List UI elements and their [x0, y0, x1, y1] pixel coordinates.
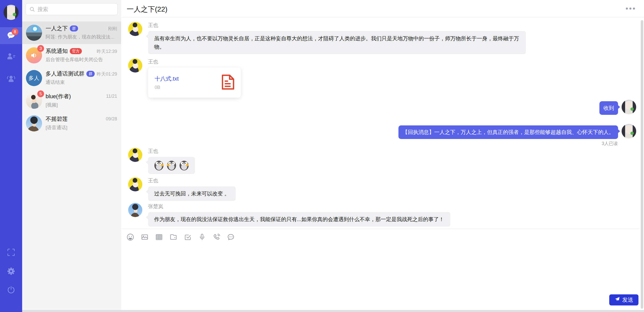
- message-group: 张楚岚 作为朋友，现在的我没法保证救你逃出生天，我能保证的只有...如果你真的会…: [128, 203, 640, 227]
- message-group: 【回执消息】一人之下，万人之上，但真正的强者，是那些能够超越自我、心怀天下的人。…: [128, 124, 640, 147]
- conversation-avatar: [26, 25, 42, 41]
- file-size: 0B: [155, 85, 221, 90]
- conversation-preview: [视频]: [46, 102, 117, 108]
- unread-badge: 3: [37, 45, 44, 52]
- penguin-sticker: [179, 159, 189, 171]
- contacts-icon: [6, 52, 16, 62]
- message-avatar[interactable]: [128, 177, 142, 191]
- grid-button[interactable]: [155, 233, 163, 241]
- gear-icon: [6, 266, 16, 277]
- message-input[interactable]: [124, 246, 637, 292]
- microphone-button[interactable]: [198, 233, 206, 241]
- message-avatar[interactable]: [128, 148, 142, 162]
- chat-list-panel: 一人之下 群 阿莲: 作为朋友，现在的我没法... 刚刚 3: [22, 0, 121, 312]
- chats-unread-badge: 8: [12, 28, 18, 35]
- avatar-text: 多人: [26, 70, 42, 86]
- message-avatar[interactable]: [128, 203, 142, 217]
- nav-chats[interactable]: [0, 27, 22, 44]
- message-author: 王也: [148, 177, 640, 186]
- group-tag: 群: [86, 71, 95, 77]
- message-group: 王也 虽有幸生而为人，也不要以万物灵长自居，正是这种妄自尊大的想法，才阻碍了人类…: [128, 22, 640, 54]
- conversation-time: 昨天01:29: [97, 71, 117, 77]
- phone-button[interactable]: [212, 233, 221, 241]
- message-avatar[interactable]: [128, 58, 142, 73]
- conversation-time: 11/21: [106, 94, 117, 99]
- vertical-scrollbar[interactable]: [641, 20, 643, 309]
- message-list[interactable]: 王也 虽有幸生而为人，也不要以万物灵长自居，正是这种妄自尊大的想法，才阻碍了人类…: [121, 18, 640, 229]
- conversation-item-multicall-group[interactable]: 多人 多人通话测试群 群 通话结束 昨天01:29: [22, 67, 121, 89]
- user-avatar[interactable]: [4, 5, 19, 20]
- message-author: 王也: [148, 58, 640, 67]
- search-icon: [29, 6, 35, 12]
- conversation-preview: [语音通话]: [46, 124, 117, 131]
- send-label: 发送: [622, 296, 633, 304]
- message-avatar[interactable]: [622, 100, 636, 114]
- composer-toolbar: [121, 229, 640, 241]
- conversation-preview: 阿莲: 作为朋友，现在的我没法...: [46, 34, 117, 40]
- conversation-item-system-notice[interactable]: 3 系统通知 官方 后台管理仓库临时关闭公告 昨天12:39: [22, 44, 121, 67]
- conversation-name: 系统通知: [46, 47, 68, 55]
- image-button[interactable]: [140, 233, 149, 241]
- read-receipt[interactable]: 3人已读: [128, 141, 640, 147]
- conversation-name: 不摇碧莲: [46, 115, 68, 123]
- chat-header: 一人之下(22): [121, 0, 644, 18]
- bottom-edge: [22, 310, 644, 312]
- conversation-avatar: [26, 115, 42, 131]
- message-group: 王也: [128, 148, 640, 174]
- conversation-avatar: 多人: [26, 70, 42, 86]
- message-group: 王也 过去无可挽回，未来可以改变 。: [128, 177, 640, 201]
- app-window: 8: [0, 0, 644, 312]
- fullscreen-button[interactable]: [0, 248, 22, 257]
- power-button[interactable]: [0, 286, 22, 295]
- more-menu-button[interactable]: [626, 6, 637, 12]
- app-sidebar: 8: [0, 0, 22, 312]
- search-box: [26, 3, 118, 15]
- message-author: 王也: [148, 22, 640, 31]
- conversation-list: 一人之下 群 阿莲: 作为朋友，现在的我没法... 刚刚 3: [22, 21, 121, 135]
- send-button[interactable]: 发送: [609, 294, 638, 305]
- message-group: 王也 十八式.txt 0B: [128, 58, 640, 98]
- composer: 发送: [121, 229, 640, 312]
- message-bubble[interactable]: 【回执消息】一人之下，万人之上，但真正的强者，是那些能够超越自我、心怀天下的人。: [398, 125, 618, 139]
- message-avatar[interactable]: [128, 22, 142, 36]
- speaker-icon: [29, 51, 39, 60]
- penguin-sticker: [154, 159, 164, 171]
- groups-icon: [6, 74, 16, 84]
- group-tag: 群: [70, 25, 78, 31]
- document-icon: [221, 74, 234, 91]
- screenshot-check-button[interactable]: [183, 233, 192, 241]
- conversation-item-yirenzhixia[interactable]: 一人之下 群 阿莲: 作为朋友，现在的我没法... 刚刚: [22, 21, 121, 44]
- conversation-name: 一人之下: [46, 25, 68, 32]
- conversation-item-buyaobilian[interactable]: 不摇碧莲 [语音通话] 09/28: [22, 112, 121, 135]
- message-bubble[interactable]: 虽有幸生而为人，也不要以万物灵长自居，正是这种妄自尊大的想法，才阻碍了人类的进步…: [148, 31, 526, 54]
- nav-contacts[interactable]: [0, 48, 22, 65]
- file-name[interactable]: 十八式.txt: [155, 75, 221, 83]
- conversation-preview: 通话结束: [46, 79, 117, 86]
- folder-button[interactable]: [169, 233, 178, 241]
- message-author: 张楚岚: [148, 203, 640, 212]
- settings-button[interactable]: [0, 267, 22, 276]
- nav-groups[interactable]: [0, 71, 22, 87]
- conversation-time: 昨天12:39: [97, 48, 117, 54]
- chat-history-button[interactable]: [226, 233, 235, 241]
- message-group: 收到: [128, 100, 640, 115]
- message-bubble[interactable]: 收到: [599, 101, 618, 115]
- ellipsis-icon: [626, 8, 628, 10]
- paper-plane-icon: [615, 296, 620, 303]
- fullscreen-icon: [7, 248, 15, 258]
- message-bubble[interactable]: [148, 157, 195, 174]
- conversation-preview: 后台管理仓库临时关闭公告: [46, 56, 117, 63]
- file-card[interactable]: 十八式.txt 0B: [148, 67, 241, 98]
- power-icon: [7, 286, 16, 296]
- message-bubble[interactable]: 作为朋友，现在的我没法保证救你逃出生天，我能保证的只有...如果你真的会遭遇到什…: [148, 212, 450, 227]
- search-input[interactable]: [26, 3, 118, 15]
- message-author: 王也: [148, 148, 640, 157]
- conversation-item-blue-author[interactable]: 5 blue(作者) [视频] 11/21: [22, 89, 121, 112]
- emoji-button[interactable]: [126, 233, 134, 241]
- message-bubble[interactable]: 过去无可挽回，未来可以改变 。: [148, 186, 236, 201]
- conversation-name: blue(作者): [46, 93, 71, 100]
- conversation-time: 刚刚: [108, 26, 117, 32]
- chat-title: 一人之下(22): [127, 5, 167, 14]
- message-avatar[interactable]: [622, 124, 636, 138]
- conversation-name: 多人通话测试群: [46, 70, 84, 78]
